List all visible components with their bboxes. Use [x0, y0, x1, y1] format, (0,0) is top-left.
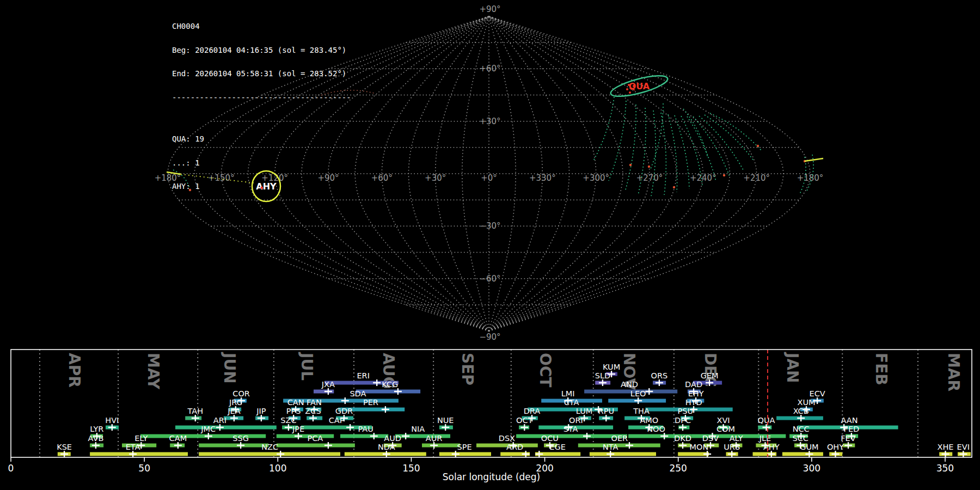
session-begin: Beg: 20260104 04:16:35 (sol = 283.45°)	[172, 46, 351, 54]
peak-cross-oct	[520, 424, 528, 431]
shower-bar-aur	[422, 444, 460, 448]
peak-cross-nue	[442, 424, 449, 431]
month-label: MAR	[945, 353, 963, 391]
shower-code-oct: OCT	[516, 416, 533, 425]
shower-code-dra: DRA	[524, 407, 541, 415]
peak-cross-aur	[430, 442, 438, 449]
shower-code-tah: TAH	[187, 407, 204, 415]
peak-cross-eta	[129, 451, 137, 457]
peak-cross-jxa	[324, 388, 332, 395]
peak-cross-avb	[92, 442, 100, 449]
shower-code-aly: ALY	[730, 434, 743, 443]
shower-bar-gum	[782, 452, 823, 456]
radiant-dot	[630, 88, 633, 90]
shower-code-jmc: JMC	[200, 425, 216, 433]
shower-code-pau: PAU	[358, 425, 373, 433]
peak-cross-nda	[383, 451, 390, 457]
axis-tick-label: 300	[803, 463, 820, 474]
peak-cross-jea	[230, 415, 238, 421]
month-label: JUN	[220, 352, 238, 384]
shower-code-jle: JLE	[759, 434, 771, 443]
shower-code-pca: PCA	[308, 434, 323, 443]
shower-code-fan: FAN	[307, 398, 322, 407]
peak-cross-noo	[660, 433, 668, 439]
axis-tick-label: 350	[936, 463, 954, 474]
latitude-label: −60°	[479, 274, 500, 284]
track-tip-dot	[757, 145, 759, 147]
peak-cross-ors	[656, 379, 663, 386]
shower-code-oer: OER	[611, 434, 628, 443]
shower-code-szc: SZC	[280, 416, 296, 425]
peak-cross-and	[645, 388, 653, 395]
month-label: OCT	[536, 353, 554, 387]
axis-tick-label: 250	[669, 463, 687, 474]
latitude-label: +60°	[479, 64, 500, 74]
shower-code-nue: NUE	[437, 416, 454, 425]
shower-code-lyr: LYR	[90, 425, 103, 433]
shower-code-ari: ARI	[213, 416, 226, 425]
shower-bar-spe	[439, 452, 491, 456]
meteor-track	[593, 97, 614, 161]
shower-code-jrc: JRC	[229, 398, 242, 407]
peak-cross-ahy	[768, 451, 775, 457]
shower-code-sld: SLD	[595, 371, 610, 380]
shower-code-xum: XUM	[797, 398, 815, 407]
shower-code-sda: SDA	[350, 389, 366, 398]
count-qua: QUA: 19	[172, 135, 351, 143]
shower-code-scc: SCC	[792, 434, 808, 443]
shower-code-ard: ARD	[506, 443, 523, 451]
shower-bar-ari	[175, 426, 277, 430]
shower-code-gem: GEM	[701, 371, 719, 380]
month-label: JAN	[783, 352, 801, 383]
shower-code-dad: DAD	[685, 380, 702, 389]
shower-code-ahy: AHY	[763, 443, 780, 451]
track-tip-dot	[673, 186, 675, 188]
peak-cross-tah	[192, 415, 199, 421]
peak-cross-xcb	[797, 415, 805, 421]
shower-code-fev: FEV	[841, 434, 856, 443]
shower-code-tha: THA	[633, 407, 650, 415]
shower-code-hvi: HVI	[105, 416, 119, 425]
track-tip-dot	[629, 164, 632, 166]
peak-cross-zcs	[309, 415, 317, 421]
longitude-label: +0°	[481, 173, 497, 183]
latitude-label: −30°	[479, 221, 500, 231]
shower-bar-nzc	[199, 452, 340, 456]
shower-code-gdr: GDR	[335, 407, 353, 415]
shower-code-nia: NIA	[411, 425, 425, 433]
peak-cross-qua	[763, 424, 770, 431]
shower-code-evi: EVI	[957, 443, 970, 451]
radiant-map-scene: +180°+150°+120°+90°+60°+30°+0°+330°+300°…	[0, 0, 980, 490]
shower-code-ncc: NCC	[793, 425, 810, 433]
shower-code-mon: MON	[690, 443, 709, 451]
peak-cross-ari	[216, 424, 224, 431]
shower-code-spe: SPE	[457, 443, 471, 451]
peak-cross-nzc	[277, 451, 284, 457]
x-axis: 050100150200250300350Solar longitude (de…	[8, 457, 954, 482]
shower-code-ehy: EHY	[688, 389, 704, 398]
meteor-track	[687, 117, 716, 181]
shower-code-psu: PSU	[678, 407, 694, 415]
session-id: CH0004	[172, 22, 351, 30]
shower-code-ecv: ECV	[809, 389, 825, 398]
shower-code-cam: CAM	[169, 434, 187, 443]
session-info-panel: CH0004 Beg: 20260104 04:16:35 (sol = 283…	[172, 7, 351, 198]
shower-code-pps: PPS	[286, 407, 301, 415]
shower-code-nzc: NZC	[261, 443, 278, 451]
shower-code-com: COM	[716, 425, 735, 433]
shower-code-ors: ORS	[651, 371, 668, 380]
shower-code-leo: LEO	[630, 389, 646, 398]
shower-code-fed: FED	[844, 425, 860, 433]
x-axis-title: Solar longitude (deg)	[443, 471, 541, 482]
shower-code-nta: NTA	[603, 443, 618, 451]
shower-code-dsx: DSX	[499, 434, 515, 443]
peak-cross-ard	[522, 451, 530, 457]
peak-cross-ege	[535, 451, 543, 457]
axis-tick-label: 150	[402, 463, 420, 474]
shower-code-rpu: RPU	[598, 407, 614, 415]
shower-code-aud: AUD	[384, 434, 401, 443]
shower-code-qua: QUA	[758, 416, 775, 425]
peak-cross-szc	[285, 424, 292, 431]
shower-code-lum: LUM	[576, 407, 592, 415]
peak-cross-sta	[583, 433, 591, 439]
